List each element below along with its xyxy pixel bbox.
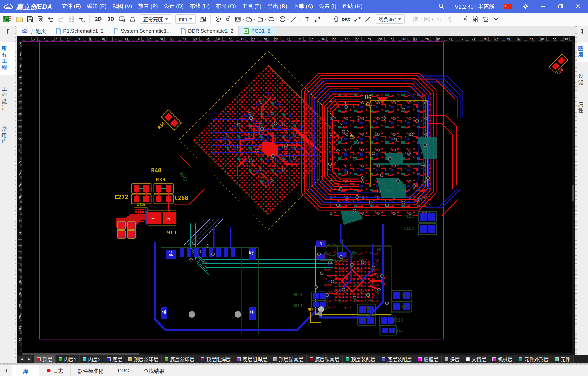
layer-item-bottom-mask[interactable]: 底层阻焊层 <box>234 355 270 363</box>
tab-pcb1[interactable]: PCB1_2 <box>239 26 276 36</box>
layer-item-top-assembly[interactable]: 顶层装配层 <box>343 355 379 363</box>
close-button[interactable] <box>574 2 582 10</box>
measure-button[interactable] <box>198 14 207 24</box>
redo-button[interactable] <box>56 14 66 24</box>
layer-item-inner2[interactable]: 内层2 <box>80 355 104 363</box>
menu-route[interactable]: 布线 (U) <box>187 0 213 13</box>
import-button[interactable] <box>330 14 339 24</box>
line-mode-select[interactable]: 线条45° <box>375 14 405 24</box>
new-pcb-button[interactable] <box>3 14 14 24</box>
bottom-tab-library[interactable]: 库 <box>12 365 39 376</box>
menu-place[interactable]: 放置 (P) <box>135 0 161 13</box>
left-dock-resize-handle[interactable] <box>15 26 17 365</box>
open-folder-button[interactable] <box>15 14 24 24</box>
tab-p1-schematic[interactable]: P1.Schematic1_2 <box>51 26 109 36</box>
bottom-tab-search-results[interactable]: 查找结果 <box>136 365 171 376</box>
view-2d-button[interactable]: 2D <box>93 14 104 24</box>
save-button[interactable] <box>25 14 35 24</box>
dock-tab-layers[interactable]: 图层 <box>577 42 588 62</box>
layer-item-bottom-assembly[interactable]: 底层装配层 <box>379 355 415 363</box>
zoom-area-button[interactable] <box>118 14 127 24</box>
find-similar-button[interactable] <box>77 14 86 24</box>
dimension-tool-button[interactable] <box>314 14 324 24</box>
search-button[interactable] <box>437 2 446 10</box>
layer-item-bottom[interactable]: 底层 <box>104 355 125 363</box>
layer-item-bottom-silk[interactable]: 底层丝印层 <box>162 355 198 363</box>
module-grid-button[interactable] <box>67 14 76 24</box>
layer-scroll-left-button[interactable]: ◀ <box>19 356 25 362</box>
menu-export[interactable]: 导出 (R) <box>264 0 290 13</box>
layer-item-document[interactable]: 文档层 <box>463 355 489 363</box>
menu-edit[interactable]: 编辑 (E) <box>84 0 109 13</box>
unit-select[interactable]: mm <box>175 14 196 24</box>
panel-resize-grip[interactable] <box>0 363 588 365</box>
menu-layout[interactable]: 布局 (O) <box>213 0 239 13</box>
distribute-button[interactable] <box>423 14 433 24</box>
diff-pair-button[interactable] <box>363 14 373 24</box>
mirror-v-button[interactable] <box>445 14 454 24</box>
dock-tab-properties[interactable]: 属性 <box>577 97 588 118</box>
view-3d-button[interactable]: 3D <box>105 14 117 24</box>
bottom-tab-log[interactable]: 日志 <box>39 365 71 376</box>
route-tool-button[interactable] <box>353 14 362 24</box>
undo-button[interactable] <box>46 14 55 24</box>
dock-tab-filter[interactable]: 过滤 <box>577 69 588 90</box>
drill-button[interactable] <box>471 14 480 24</box>
line-tool-button[interactable] <box>290 14 300 24</box>
layer-scroll-right-button[interactable]: ▶ <box>26 356 32 362</box>
fill-region-tool-button[interactable] <box>246 14 256 24</box>
save-history-button[interactable] <box>36 14 45 24</box>
toolbar-overflow-button[interactable] <box>491 14 501 24</box>
layer-item-component[interactable]: 元件 <box>552 355 574 363</box>
tab-system-schematic[interactable]: System.Schematic1... <box>109 26 176 36</box>
layer-item-top[interactable]: 顶层 <box>34 355 56 363</box>
layer-item-multi[interactable]: 多层 <box>442 355 463 363</box>
via-tool-button[interactable] <box>214 14 223 24</box>
gerber-button[interactable]: G <box>460 14 470 24</box>
dock-tab-common-library[interactable]: 常用库 <box>0 122 15 149</box>
minimize-button[interactable] <box>539 2 547 10</box>
keepout-tool-button[interactable] <box>279 14 289 24</box>
drc-button[interactable]: DRC <box>341 14 352 24</box>
order-cart-button[interactable] <box>481 14 490 24</box>
layer-item-inner1[interactable]: 内层1 <box>56 355 80 363</box>
dock-tab-all-projects[interactable]: 所有工程 <box>0 42 15 75</box>
menu-view[interactable]: 视图 (V) <box>109 0 135 13</box>
menu-settings[interactable]: 设置 (I) <box>316 0 339 13</box>
layer-item-mechanical[interactable]: 机械层 <box>489 355 516 363</box>
mirror-h-button[interactable] <box>434 14 444 24</box>
pcb-editor-canvas[interactable]: U6U4R36R40R39C272C268U15L16C360123213GND… <box>17 36 575 355</box>
footprint-tool-button[interactable] <box>234 14 244 24</box>
align-button[interactable] <box>412 14 422 24</box>
dock-tab-project-design[interactable]: 工程设计 <box>0 82 15 115</box>
solid-region-tool-button[interactable] <box>257 14 267 24</box>
menu-order[interactable]: 下单 (A) <box>290 0 316 13</box>
bottom-tab-standardization[interactable]: 器件标准化 <box>71 365 111 376</box>
fit-view-button[interactable] <box>128 14 137 24</box>
right-dock-resize-handle[interactable] <box>575 26 577 355</box>
layer-item-top-paste[interactable]: 顶层锡膏层 <box>270 355 307 363</box>
settings-gear-button[interactable] <box>522 2 530 10</box>
layer-item-bottom-paste[interactable]: 底层锡膏层 <box>307 355 343 363</box>
svg-text:70: 70 <box>449 37 452 40</box>
menu-tools[interactable]: 工具 (T) <box>239 0 264 13</box>
text-tool-button[interactable]: T <box>301 14 313 24</box>
pin-icon[interactable] <box>580 29 584 35</box>
tab-ddr-schematic[interactable]: DDR.Schematic1_2 <box>176 26 239 36</box>
menu-help[interactable]: 帮助 (H) <box>339 0 365 13</box>
pin-tool-button[interactable] <box>224 14 233 24</box>
tab-start-page[interactable]: 开始页 <box>17 26 51 36</box>
bottom-tab-drc[interactable]: DRC <box>111 365 136 376</box>
restore-button[interactable] <box>556 2 565 10</box>
layer-item-top-mask[interactable]: 顶层阻焊层 <box>198 355 234 363</box>
bottom-pin[interactable] <box>0 365 12 376</box>
menu-design[interactable]: 设计 (D) <box>161 0 187 13</box>
layer-item-component-shape[interactable]: 元件外形层 <box>516 355 552 363</box>
menu-file[interactable]: 文件 (F) <box>59 0 84 13</box>
oval-tool-button[interactable] <box>268 14 278 24</box>
layer-item-top-silk[interactable]: 顶层丝印层 <box>125 355 162 363</box>
pcb-canvas[interactable]: U6U4R36R40R39C272C268U15L16C360123213GND… <box>17 36 575 355</box>
pin-icon[interactable] <box>5 29 10 35</box>
brightness-select[interactable]: 正常亮度 <box>140 14 171 24</box>
layer-item-board-outline[interactable]: 板框层 <box>415 355 442 363</box>
